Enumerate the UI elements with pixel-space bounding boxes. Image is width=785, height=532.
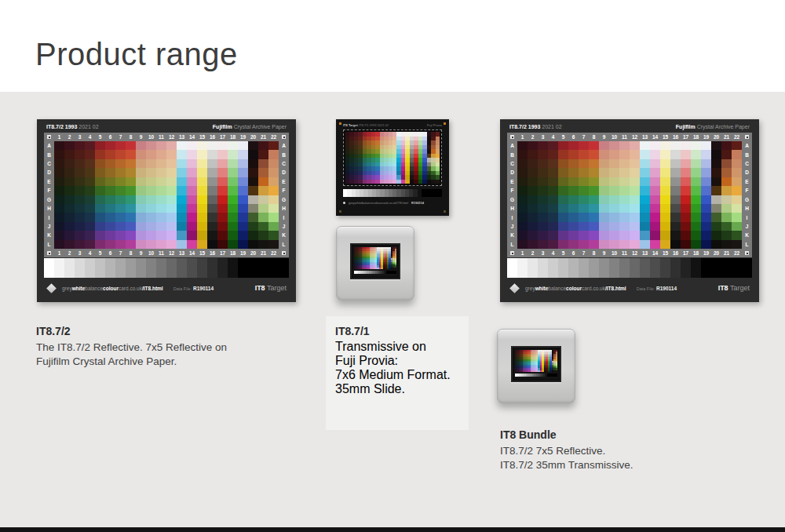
chart-title-row: IT8.7/2 1993 2021 02 Fujifilm Crystal Ar… [500, 119, 759, 133]
corner-marker-icon [444, 210, 446, 213]
grayscale-strip [507, 258, 752, 278]
grayscale-strip [44, 258, 289, 278]
registration-mark-icon [510, 251, 514, 255]
product-heading: IT8.7/2 [36, 324, 311, 338]
color-patch-grid [354, 247, 396, 269]
registration-mark-icon [282, 135, 286, 139]
color-patch-grid [54, 141, 279, 249]
product-line: Fuji Provia: [335, 354, 459, 368]
data-file-label: Data File: R190114 [173, 286, 214, 291]
product-line: Fujifilm Crystal Archive Paper. [36, 355, 311, 369]
chart-footer: greywhitebalancecolourcard.co.uk/IT8.htm… [500, 278, 759, 298]
it8-reflective-chart-2: IT8.7/2 1993 2021 02 Fujifilm Crystal Ar… [500, 119, 759, 302]
product-description-it871: IT8.7/1 Transmissive on Fuji Provia: 7x6… [326, 316, 469, 430]
dot-logo-icon [343, 202, 345, 204]
product-line: 7x6 Medium Format. [335, 368, 459, 382]
grayscale-strip [515, 373, 557, 377]
grayscale-strip [354, 271, 396, 274]
patch-frame: 12345678910111213141516171819202122 ABCD… [44, 133, 289, 257]
page: Product range IT8.7/2 1993 2021 02 Fujif… [0, 0, 785, 532]
color-patch-grid [345, 132, 440, 184]
product-line: IT8.7/2 7x5 Reflective. [500, 444, 720, 458]
row-letter-column: ABCDEFGHIJKL [507, 141, 517, 249]
corner-marker-icon [339, 210, 341, 213]
column-number-row: 12345678910111213141516171819202122 [507, 249, 752, 257]
row-letter-column: ABCDEFGHIJKL [742, 141, 752, 249]
corner-marker-icon [339, 122, 341, 125]
registration-mark-icon [510, 135, 514, 139]
trans-chart-title-left: IT8 Target IT8.7/1 1993 2021 02 [343, 123, 389, 127]
chart-title-left: IT8.7/2 1993 2021 02 [46, 124, 99, 129]
color-patch-grid [517, 141, 742, 249]
grayscale-strip [343, 189, 442, 197]
footer-url: greywhitebalancecolourcard.co.uk/IT8.htm… [62, 286, 163, 291]
slide-film-window [511, 346, 561, 382]
product-line: 35mm Slide. [335, 382, 459, 396]
diamond-logo-icon [509, 283, 520, 293]
chart-title-left: IT8.7/2 1993 2021 02 [509, 124, 562, 129]
trans-chart-footer: greywhitebalancecolourcard.co.uk/IT8.htm… [336, 197, 449, 205]
row-letter-column: ABCDEFGHIJKL [279, 141, 289, 249]
registration-mark-icon [282, 251, 286, 255]
registration-mark-icon [745, 135, 749, 139]
page-title: Product range [35, 37, 238, 72]
column-number-row: 12345678910111213141516171819202122 [507, 133, 752, 141]
product-line: IT8.7/2 35mm Transmissive. [500, 458, 720, 472]
footer-url: greywhitebalancecolourcard.co.uk/IT8.htm… [349, 201, 408, 205]
product-description-bundle: IT8 Bundle IT8.7/2 7x5 Reflective. IT8.7… [500, 428, 720, 472]
product-description-it872: IT8.7/2 The IT8.7/2 Reflective. 7x5 Refl… [36, 324, 311, 369]
slide-mini-chart [354, 247, 396, 275]
slide-mount-2 [497, 329, 575, 404]
chart-title-row: IT8.7/2 1993 2021 02 Fujifilm Crystal Ar… [37, 119, 296, 133]
chart-title-right: Fujifilm Crystal Archive Paper [213, 124, 287, 129]
trans-chart-title-right: Fuji Provia [427, 123, 442, 127]
chart-title-right: Fujifilm Crystal Archive Paper [676, 124, 750, 129]
product-line: The IT8.7/2 Reflective. 7x5 Reflective o… [36, 341, 311, 355]
footer-url: greywhitebalancecolourcard.co.uk/IT8.htm… [525, 286, 626, 291]
registration-mark-icon [745, 251, 749, 255]
row-letter-column: ABCDEFGHIJKL [44, 141, 54, 249]
chart-footer: greywhitebalancecolourcard.co.uk/IT8.htm… [37, 278, 296, 298]
product-heading: IT8 Bundle [500, 428, 720, 442]
color-patch-grid [515, 350, 557, 372]
trans-patch-frame [343, 129, 442, 186]
it8-target-label: IT8 Target [718, 284, 750, 292]
data-file-label: Data File: R190114 [637, 286, 677, 291]
column-number-row: 12345678910111213141516171819202122 [44, 249, 289, 257]
column-number-row: 12345678910111213141516171819202122 [44, 133, 289, 141]
slide-film-window [350, 243, 400, 279]
product-heading: IT8.7/1 [335, 325, 459, 337]
it8-transmissive-chart: IT8 Target IT8.7/1 1993 2021 02 Fuji Pro… [336, 119, 449, 216]
product-line: Transmissive on [335, 340, 459, 354]
slide-mount-1 [336, 226, 414, 301]
it8-reflective-chart-1: IT8.7/2 1993 2021 02 Fujifilm Crystal Ar… [37, 119, 296, 302]
trans-chart-title-row: IT8 Target IT8.7/1 1993 2021 02 Fuji Pro… [336, 119, 449, 129]
registration-mark-icon [47, 251, 51, 255]
corner-marker-icon [444, 122, 446, 125]
bottom-bar [0, 527, 785, 532]
content-area: IT8.7/2 1993 2021 02 Fujifilm Crystal Ar… [0, 92, 785, 527]
page-header: Product range [0, 0, 785, 92]
it8-target-label: IT8 Target [255, 284, 287, 292]
patch-frame: 12345678910111213141516171819202122 ABCD… [507, 133, 752, 257]
registration-mark-icon [47, 135, 51, 139]
data-file-ref: R190114 [411, 201, 424, 205]
diamond-logo-icon [46, 283, 57, 293]
slide-mini-chart [515, 350, 557, 378]
